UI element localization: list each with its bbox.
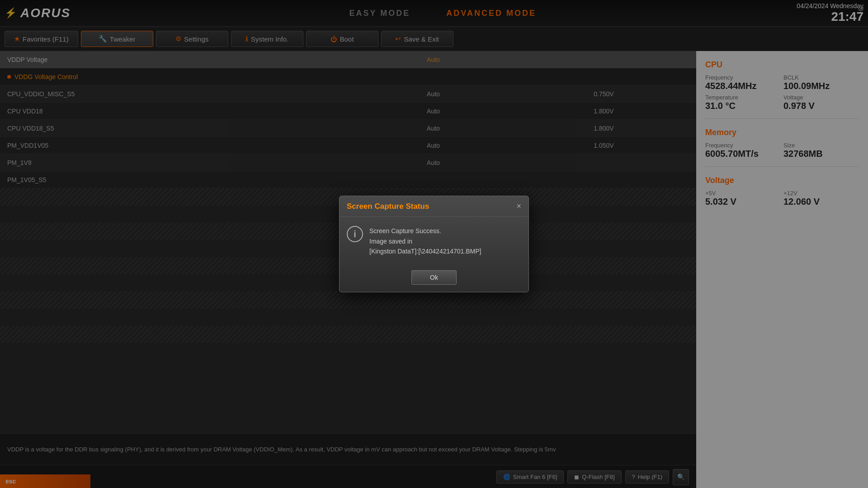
modal-overlay: Screen Capture Status × i Screen Capture…: [0, 0, 868, 488]
modal-info-icon: i: [347, 226, 363, 242]
modal-header: Screen Capture Status ×: [340, 196, 528, 217]
modal-footer: Ok: [340, 266, 528, 292]
modal-line1: Screen Capture Success.: [369, 227, 441, 235]
modal-dialog: Screen Capture Status × i Screen Capture…: [339, 196, 529, 292]
modal-body: i Screen Capture Success. Image saved in…: [340, 217, 528, 265]
modal-ok-button[interactable]: Ok: [411, 270, 457, 285]
modal-message: Screen Capture Success. Image saved in […: [369, 226, 481, 256]
modal-close-button[interactable]: ×: [516, 202, 521, 211]
modal-line2: Image saved in: [369, 238, 412, 245]
modal-line3: [Kingston DataT]:[\240424214701.BMP]: [369, 248, 481, 255]
modal-title: Screen Capture Status: [347, 202, 429, 211]
